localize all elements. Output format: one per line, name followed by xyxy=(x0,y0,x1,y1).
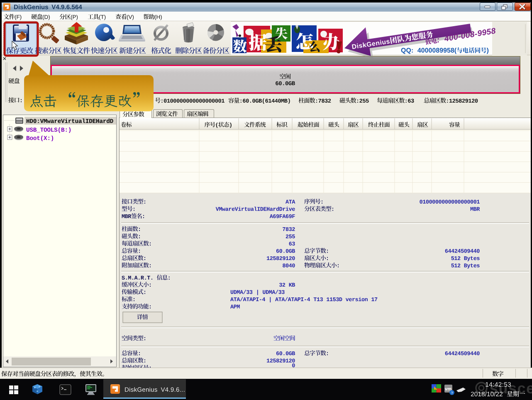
svg-text:?: ? xyxy=(451,391,453,395)
